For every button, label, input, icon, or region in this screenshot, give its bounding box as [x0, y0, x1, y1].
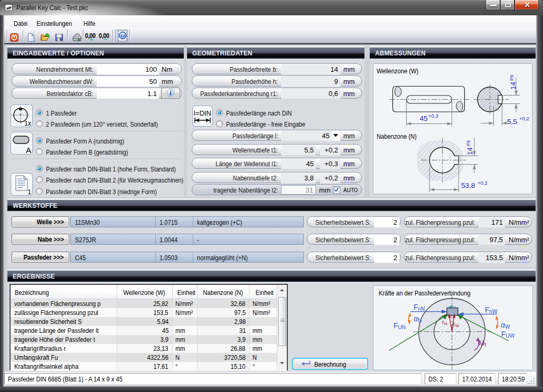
svg-text:14: 14: [509, 81, 517, 90]
svg-text:?: ?: [121, 32, 124, 39]
svg-text:P9: P9: [509, 75, 514, 81]
svg-text:+0,2: +0,2: [519, 116, 529, 121]
svg-text:αW: αW: [501, 321, 510, 330]
svg-text:Mt: Mt: [479, 339, 486, 348]
svg-text:45: 45: [419, 114, 427, 122]
svg-text:14: 14: [466, 147, 474, 155]
svg-text:+0,2: +0,2: [478, 180, 488, 186]
svg-text:P9: P9: [466, 140, 471, 146]
svg-text:53,8: 53,8: [461, 181, 475, 189]
svg-text:A: A: [26, 146, 31, 155]
svg-text:1: 1: [27, 188, 31, 195]
svg-text:5,5: 5,5: [507, 118, 517, 126]
svg-text:FnW: FnW: [485, 305, 498, 314]
svg-text:αN: αN: [414, 314, 422, 323]
svg-text:FUN: FUN: [394, 321, 406, 330]
svg-text:I=DIN: I=DIN: [193, 109, 211, 117]
svg-text:+0,3: +0,3: [428, 113, 438, 119]
svg-text:1x: 1x: [24, 120, 31, 127]
svg-text:FUW: FUW: [501, 330, 515, 339]
svg-text:FnN: FnN: [414, 303, 425, 312]
